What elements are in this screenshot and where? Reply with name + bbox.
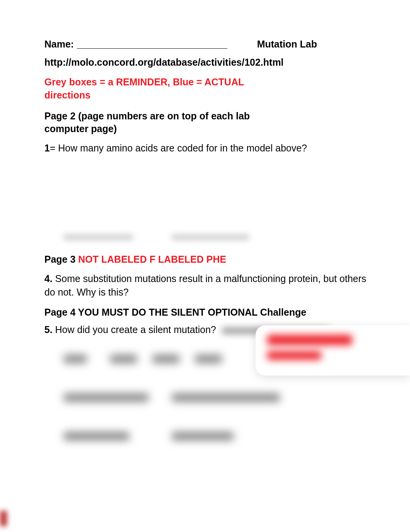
legend-note: Grey boxes = a REMINDER, Blue = ACTUAL d… <box>44 76 261 102</box>
blurred-content-row <box>64 235 367 242</box>
blurred-options-row-3 <box>64 432 367 444</box>
overlay-red-text-2 <box>267 351 321 360</box>
q5-text: How did you create a silent mutation? <box>53 324 216 335</box>
url-text: http://molo.concord.org/database/activit… <box>44 57 367 68</box>
page2-heading: Page 2 (page numbers are on top of each … <box>44 110 261 136</box>
name-blank-line: ____________________________ <box>77 39 227 50</box>
question-4: 4. Some substitution mutations result in… <box>44 272 367 299</box>
question-1: 1= How many amino acids are coded for in… <box>44 142 367 155</box>
blurred-options-row-2 <box>64 393 367 405</box>
q5-number: 5. <box>44 324 53 335</box>
overlay-red-text-1 <box>267 335 352 345</box>
name-label: Name: <box>44 39 74 50</box>
q4-number: 4. <box>44 273 53 284</box>
q1-text: = How many amino acids are coded for in … <box>50 143 307 153</box>
page4-heading: Page 4 YOU MUST DO THE SILENT OPTIONAL C… <box>44 307 367 318</box>
document-content: Name:____________________________ Mutati… <box>44 39 367 444</box>
lab-title: Mutation Lab <box>257 39 317 50</box>
overlay-panel <box>256 325 410 376</box>
page3-red-note: NOT LABELED F LABELED PHE <box>78 254 226 265</box>
page-corner-indicator <box>0 511 7 526</box>
header-line: Name:____________________________ Mutati… <box>44 39 367 50</box>
page3-heading: Page 3 NOT LABELED F LABELED PHE <box>44 254 367 265</box>
answer-space <box>44 161 367 235</box>
page3-label: Page 3 <box>44 254 78 265</box>
q1-number: 1 <box>44 143 50 153</box>
q4-text: Some substitution mutations result in a … <box>44 273 366 297</box>
